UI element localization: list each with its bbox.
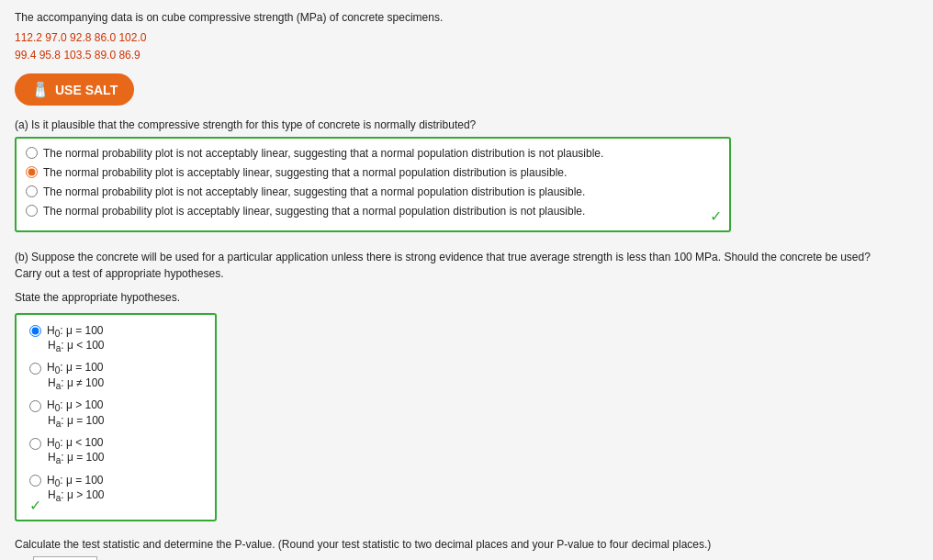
part-a-section: (a) Is it plausible that the compressive…: [15, 118, 918, 231]
hyp-h0-4: H0: μ < 100: [47, 436, 104, 451]
hyp-option-5[interactable]: H0: μ = 100 Ha: μ > 100: [29, 474, 202, 504]
data-values: 112.2 97.0 92.8 86.0 102.0 99.4 95.8 103…: [15, 29, 918, 64]
hypotheses-box: H0: μ = 100 Ha: μ < 100 H0: μ = 100 Ha: …: [15, 313, 217, 522]
part-a-option-3[interactable]: The normal probability plot is not accep…: [26, 185, 720, 200]
intro-description: The accompanying data is on cube compres…: [15, 11, 918, 24]
hyp-radio-2[interactable]: [29, 363, 41, 375]
t-row: t = ✓: [15, 556, 918, 560]
hyp-h0-1: H0: μ = 100: [47, 324, 104, 339]
hyp-radio-3[interactable]: [29, 400, 41, 412]
calculate-label: Calculate the test statistic and determi…: [15, 538, 918, 551]
part-b-intro2: State the appropriate hypotheses.: [15, 289, 887, 306]
t-input[interactable]: [33, 556, 97, 560]
part-a-option-1[interactable]: The normal probability plot is not accep…: [26, 146, 720, 162]
hyp-radio-4[interactable]: [29, 438, 41, 450]
hyp-radio-1[interactable]: [29, 325, 41, 337]
hyp-ha-2: Ha: μ ≠ 100: [48, 376, 202, 391]
hyp-option-1[interactable]: H0: μ = 100 Ha: μ < 100: [29, 324, 202, 354]
hyp-option-2[interactable]: H0: μ = 100 Ha: μ ≠ 100: [29, 361, 202, 391]
part-a-answer-box: The normal probability plot is not accep…: [15, 137, 731, 231]
part-a-label: (a) Is it plausible that the compressive…: [15, 118, 918, 131]
calculate-section: Calculate the test statistic and determi…: [15, 538, 918, 560]
part-b-section: (b) Suppose the concrete will be used fo…: [15, 249, 918, 522]
hyp-checkmark: ✓: [29, 497, 41, 514]
hyp-h0-5: H0: μ = 100: [47, 474, 104, 488]
part-b-intro: (b) Suppose the concrete will be used fo…: [15, 249, 887, 282]
salt-icon: 🧂: [31, 81, 50, 98]
use-salt-button[interactable]: 🧂 USE SALT: [15, 73, 134, 106]
hyp-option-3[interactable]: H0: μ > 100 Ha: μ = 100: [29, 398, 202, 429]
part-a-option-4[interactable]: The normal probability plot is acceptabl…: [26, 204, 720, 219]
hyp-ha-5: Ha: μ > 100: [48, 488, 202, 503]
hyp-option-4[interactable]: H0: μ < 100 Ha: μ = 100: [29, 436, 202, 466]
hyp-h0-3: H0: μ > 100: [47, 398, 104, 413]
hyp-h0-2: H0: μ = 100: [47, 361, 104, 375]
hyp-radio-5[interactable]: [29, 475, 41, 487]
part-a-option-2[interactable]: The normal probability plot is acceptabl…: [26, 165, 720, 181]
part-a-checkmark: ✓: [710, 207, 722, 225]
hyp-ha-3: Ha: μ = 100: [48, 414, 202, 429]
hyp-ha-4: Ha: μ = 100: [48, 451, 202, 465]
hyp-ha-1: Ha: μ < 100: [48, 339, 202, 353]
